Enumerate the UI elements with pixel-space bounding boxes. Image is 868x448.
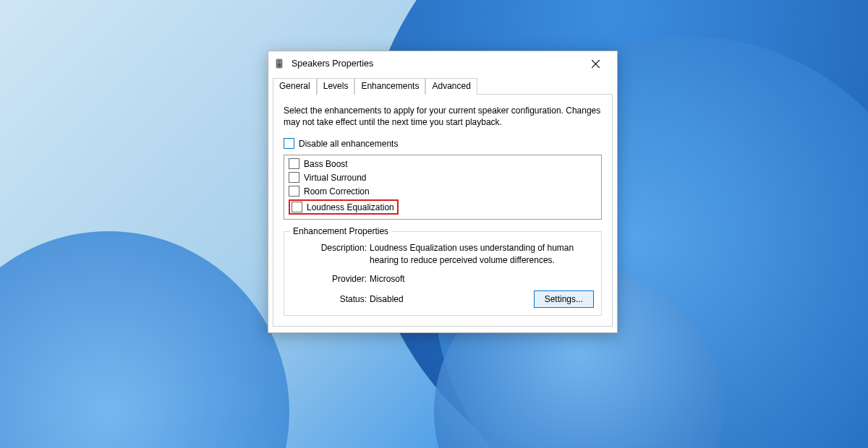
tab-advanced[interactable]: Advanced bbox=[425, 78, 477, 95]
provider-value: Microsoft bbox=[370, 273, 594, 285]
status-label: Status: bbox=[292, 294, 370, 304]
list-item-room-correction[interactable]: Room Correction bbox=[289, 186, 597, 197]
svg-point-1 bbox=[278, 64, 281, 67]
tab-strip: General Levels Enhancements Advanced bbox=[268, 76, 617, 94]
checkbox-icon bbox=[292, 202, 302, 212]
wallpaper-swirl bbox=[0, 231, 289, 448]
group-legend: Enhancement Properties bbox=[290, 226, 391, 236]
settings-button[interactable]: Settings... bbox=[534, 290, 594, 308]
checkbox-icon bbox=[289, 186, 299, 197]
list-item-label: Loudness Equalization bbox=[307, 202, 394, 212]
list-item-label: Room Correction bbox=[304, 186, 370, 197]
list-item-label: Virtual Surround bbox=[304, 173, 367, 183]
provider-row: Provider: Microsoft bbox=[292, 273, 594, 285]
description-label: Description: bbox=[292, 242, 370, 265]
tab-general[interactable]: General bbox=[273, 78, 317, 95]
description-value: Loudness Equalization uses understanding… bbox=[370, 242, 594, 265]
speaker-icon bbox=[274, 58, 286, 69]
list-item-virtual-surround[interactable]: Virtual Surround bbox=[289, 172, 597, 183]
disable-all-row[interactable]: Disable all enhancements bbox=[284, 138, 602, 149]
titlebar: Speakers Properties bbox=[268, 51, 617, 76]
window-title: Speakers Properties bbox=[292, 59, 373, 69]
enhancements-listbox: Bass Boost Virtual Surround Room Correct… bbox=[284, 155, 602, 220]
close-button[interactable] bbox=[579, 53, 611, 74]
list-item-loudness-eq[interactable]: Loudness Equalization bbox=[289, 199, 597, 215]
status-value: Disabled bbox=[370, 294, 534, 304]
tab-enhancements[interactable]: Enhancements bbox=[354, 78, 425, 95]
disable-all-label: Disable all enhancements bbox=[299, 139, 398, 149]
enhancement-properties-group: Enhancement Properties Description: Loud… bbox=[284, 231, 602, 316]
provider-label: Provider: bbox=[292, 273, 370, 285]
tab-panel-enhancements: Select the enhancements to apply for you… bbox=[273, 94, 613, 327]
svg-point-2 bbox=[278, 61, 280, 62]
checkbox-icon bbox=[284, 138, 294, 149]
intro-text: Select the enhancements to apply for you… bbox=[284, 105, 602, 128]
speakers-properties-dialog: Speakers Properties General Levels Enhan… bbox=[268, 51, 618, 333]
checkbox-icon bbox=[289, 172, 299, 183]
list-item-bass-boost[interactable]: Bass Boost bbox=[289, 158, 597, 169]
loudness-eq-highlight: Loudness Equalization bbox=[289, 199, 399, 215]
status-row: Status: Disabled Settings... bbox=[292, 290, 594, 308]
tab-levels[interactable]: Levels bbox=[317, 78, 355, 95]
list-item-label: Bass Boost bbox=[304, 159, 348, 169]
description-row: Description: Loudness Equalization uses … bbox=[292, 242, 594, 265]
checkbox-icon bbox=[289, 158, 299, 169]
close-icon bbox=[592, 60, 600, 68]
